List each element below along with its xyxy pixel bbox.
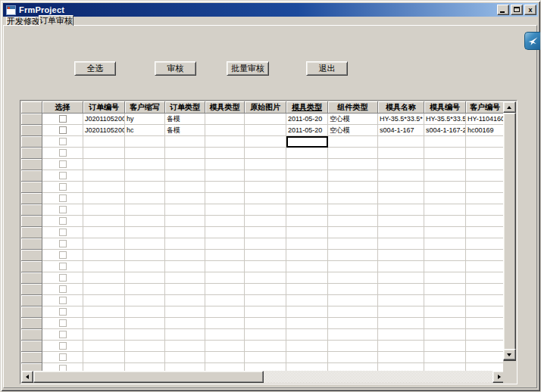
cell[interactable] bbox=[286, 295, 328, 306]
cell[interactable]: J020110520001 bbox=[83, 114, 125, 125]
cell[interactable] bbox=[466, 216, 505, 227]
cell[interactable] bbox=[125, 318, 165, 329]
cell[interactable] bbox=[286, 261, 328, 272]
cell[interactable] bbox=[424, 136, 466, 148]
row-header-cell[interactable] bbox=[21, 227, 42, 238]
cell[interactable] bbox=[245, 136, 286, 148]
cell[interactable] bbox=[466, 329, 505, 341]
cell[interactable] bbox=[245, 227, 286, 238]
cell[interactable]: 备模 bbox=[165, 114, 205, 125]
cell[interactable] bbox=[125, 148, 165, 159]
cell[interactable] bbox=[378, 272, 424, 284]
cell[interactable] bbox=[245, 216, 286, 227]
cell[interactable] bbox=[245, 182, 286, 193]
cell[interactable] bbox=[424, 352, 466, 363]
cell[interactable] bbox=[125, 182, 165, 193]
cell[interactable] bbox=[245, 204, 286, 216]
row-checkbox[interactable] bbox=[59, 263, 67, 270]
column-header[interactable]: 客户缩写 bbox=[125, 101, 165, 114]
cell[interactable] bbox=[424, 295, 466, 306]
row-header-cell[interactable] bbox=[21, 125, 42, 136]
cell[interactable] bbox=[165, 170, 205, 182]
cell[interactable] bbox=[125, 341, 165, 352]
cell[interactable] bbox=[424, 170, 466, 182]
cell[interactable] bbox=[245, 170, 286, 182]
cell[interactable] bbox=[328, 341, 378, 352]
cell[interactable] bbox=[125, 170, 165, 182]
cell[interactable] bbox=[378, 136, 424, 148]
cell[interactable] bbox=[83, 341, 125, 352]
cell[interactable] bbox=[125, 216, 165, 227]
cell[interactable] bbox=[245, 238, 286, 250]
row-header-cell[interactable] bbox=[21, 272, 42, 284]
cell[interactable] bbox=[165, 341, 205, 352]
cell[interactable] bbox=[424, 238, 466, 250]
cell[interactable] bbox=[245, 125, 286, 136]
checkbox-cell[interactable] bbox=[42, 193, 83, 204]
row-checkbox[interactable] bbox=[59, 229, 67, 236]
cell[interactable] bbox=[205, 238, 245, 250]
cell[interactable] bbox=[125, 159, 165, 170]
cell[interactable] bbox=[424, 204, 466, 216]
cell[interactable] bbox=[245, 159, 286, 170]
cell[interactable] bbox=[125, 193, 165, 204]
cell[interactable] bbox=[378, 318, 424, 329]
cell[interactable] bbox=[286, 250, 328, 261]
cell[interactable] bbox=[466, 227, 505, 238]
cell[interactable] bbox=[165, 329, 205, 341]
cell[interactable] bbox=[83, 272, 125, 284]
cell[interactable] bbox=[205, 114, 245, 125]
column-header[interactable]: 模具类型 bbox=[286, 101, 328, 114]
cell[interactable] bbox=[205, 125, 245, 136]
cell[interactable] bbox=[205, 193, 245, 204]
cell[interactable] bbox=[165, 318, 205, 329]
checkbox-cell[interactable] bbox=[42, 114, 83, 125]
cell[interactable] bbox=[165, 306, 205, 318]
cell[interactable] bbox=[286, 284, 328, 295]
vertical-scrollbar[interactable] bbox=[503, 101, 516, 372]
cell[interactable] bbox=[466, 204, 505, 216]
row-header-cell[interactable] bbox=[21, 170, 42, 182]
cell[interactable] bbox=[125, 295, 165, 306]
cell[interactable] bbox=[378, 227, 424, 238]
cell[interactable] bbox=[286, 272, 328, 284]
row-header-cell[interactable] bbox=[21, 352, 42, 363]
cell[interactable] bbox=[378, 261, 424, 272]
checkbox-cell[interactable] bbox=[42, 329, 83, 341]
cell[interactable] bbox=[83, 227, 125, 238]
cell[interactable] bbox=[328, 170, 378, 182]
cell[interactable] bbox=[165, 136, 205, 148]
row-checkbox[interactable] bbox=[59, 138, 67, 145]
cell[interactable] bbox=[125, 238, 165, 250]
cell[interactable] bbox=[378, 250, 424, 261]
cell[interactable] bbox=[83, 216, 125, 227]
cell[interactable] bbox=[165, 193, 205, 204]
cell[interactable] bbox=[424, 227, 466, 238]
tab-order-audit[interactable]: 订单审核 bbox=[39, 15, 73, 26]
cell[interactable] bbox=[125, 284, 165, 295]
checkbox-cell[interactable] bbox=[42, 216, 83, 227]
cell[interactable] bbox=[83, 284, 125, 295]
cell[interactable] bbox=[466, 295, 505, 306]
row-checkbox[interactable] bbox=[59, 115, 67, 123]
cell[interactable] bbox=[165, 182, 205, 193]
scroll-left-button[interactable] bbox=[21, 371, 33, 383]
cell[interactable] bbox=[165, 148, 205, 159]
cell[interactable] bbox=[165, 272, 205, 284]
cell[interactable] bbox=[378, 352, 424, 363]
row-header-cell[interactable] bbox=[21, 204, 42, 216]
select-all-button[interactable]: 全选 bbox=[74, 61, 116, 76]
cell[interactable] bbox=[205, 136, 245, 148]
cell[interactable] bbox=[205, 329, 245, 341]
cell[interactable] bbox=[286, 204, 328, 216]
cell[interactable]: 空心模 bbox=[328, 114, 378, 125]
checkbox-cell[interactable] bbox=[42, 352, 83, 363]
row-checkbox[interactable] bbox=[59, 274, 67, 282]
cell[interactable] bbox=[328, 204, 378, 216]
cell[interactable] bbox=[424, 284, 466, 295]
row-checkbox[interactable] bbox=[59, 319, 67, 327]
cell[interactable] bbox=[205, 148, 245, 159]
cell[interactable] bbox=[245, 306, 286, 318]
cell[interactable] bbox=[205, 216, 245, 227]
row-checkbox[interactable] bbox=[59, 183, 67, 191]
